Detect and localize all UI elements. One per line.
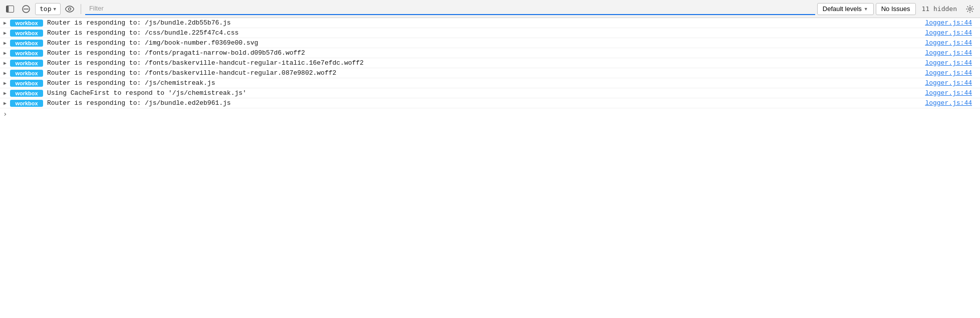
svg-point-6 [969, 8, 971, 10]
workbox-badge: workbox [10, 80, 43, 87]
no-issues-button[interactable]: No Issues [876, 3, 916, 15]
log-row: ▶ workbox Using CacheFirst to respond to… [0, 88, 980, 98]
log-row: ▶ workbox Router is responding to: /font… [0, 68, 980, 78]
log-source[interactable]: logger.js:44 [925, 79, 980, 87]
context-label: top [40, 5, 51, 13]
log-source[interactable]: logger.js:44 [925, 69, 980, 77]
levels-chevron-icon: ▼ [864, 7, 868, 12]
workbox-badge: workbox [10, 40, 43, 47]
clear-button[interactable] [19, 3, 33, 15]
log-row: ▶ workbox Router is responding to: /js/b… [0, 98, 980, 108]
svg-point-5 [68, 8, 71, 10]
log-message: Router is responding to: /fonts/baskervi… [47, 59, 925, 67]
log-row: ▶ workbox Router is responding to: /font… [0, 48, 980, 58]
log-source[interactable]: logger.js:44 [925, 49, 980, 57]
log-message: Router is responding to: /img/book-numbe… [47, 39, 925, 47]
workbox-badge: workbox [10, 100, 43, 107]
log-message: Router is responding to: /js/chemistreak… [47, 79, 925, 87]
console-prompt-row: › [0, 108, 980, 119]
gear-icon [966, 5, 974, 13]
log-message: Router is responding to: /js/bundle.2db5… [47, 19, 925, 27]
toolbar-separator-1 [81, 4, 81, 14]
expand-arrow[interactable]: ▶ [0, 90, 10, 96]
log-row: ▶ workbox Router is responding to: /js/b… [0, 18, 980, 28]
svg-rect-2 [7, 6, 9, 12]
sidebar-toggle-button[interactable] [3, 3, 17, 15]
log-source[interactable]: logger.js:44 [925, 99, 980, 107]
log-message: Router is responding to: /css/bundle.225… [47, 29, 925, 37]
console-log-area: ▶ workbox Router is responding to: /js/b… [0, 18, 980, 108]
eye-icon [65, 6, 74, 13]
no-issues-label: No Issues [881, 5, 910, 13]
sidebar-icon [6, 6, 14, 13]
workbox-badge: workbox [10, 90, 43, 97]
settings-button[interactable] [963, 3, 977, 15]
expand-arrow[interactable]: ▶ [0, 60, 10, 66]
log-row: ▶ workbox Router is responding to: /font… [0, 58, 980, 68]
workbox-badge: workbox [10, 20, 43, 27]
expand-arrow[interactable]: ▶ [0, 50, 10, 56]
live-expressions-button[interactable] [63, 3, 77, 15]
log-row: ▶ workbox Router is responding to: /js/c… [0, 78, 980, 88]
workbox-badge: workbox [10, 30, 43, 37]
log-message: Router is responding to: /js/bundle.ed2e… [47, 99, 925, 107]
expand-arrow[interactable]: ▶ [0, 30, 10, 36]
levels-label: Default levels [823, 5, 862, 13]
workbox-badge: workbox [10, 50, 43, 57]
prompt-chevron-icon[interactable]: › [3, 110, 7, 118]
hidden-count: 11 hidden [918, 5, 961, 13]
console-toolbar: top ▼ Default levels ▼ No Issues 11 hidd… [0, 0, 980, 18]
log-source[interactable]: logger.js:44 [925, 19, 980, 27]
expand-arrow[interactable]: ▶ [0, 40, 10, 46]
expand-arrow[interactable]: ▶ [0, 20, 10, 26]
log-source[interactable]: logger.js:44 [925, 89, 980, 97]
filter-input[interactable] [85, 3, 815, 15]
log-message: Router is responding to: /fonts/pragati-… [47, 49, 925, 57]
log-message: Router is responding to: /fonts/baskervi… [47, 69, 925, 77]
workbox-badge: workbox [10, 60, 43, 67]
log-source[interactable]: logger.js:44 [925, 39, 980, 47]
log-row: ▶ workbox Router is responding to: /img/… [0, 38, 980, 48]
chevron-down-icon: ▼ [53, 7, 56, 12]
expand-arrow[interactable]: ▶ [0, 100, 10, 106]
log-row: ▶ workbox Router is responding to: /css/… [0, 28, 980, 38]
expand-arrow[interactable]: ▶ [0, 70, 10, 76]
context-selector[interactable]: top ▼ [35, 3, 61, 15]
log-source[interactable]: logger.js:44 [925, 29, 980, 37]
log-levels-button[interactable]: Default levels ▼ [817, 3, 874, 15]
workbox-badge: workbox [10, 70, 43, 77]
no-entry-icon [22, 5, 30, 13]
log-message: Using CacheFirst to respond to '/js/chem… [47, 89, 925, 97]
log-source[interactable]: logger.js:44 [925, 59, 980, 67]
expand-arrow[interactable]: ▶ [0, 80, 10, 86]
